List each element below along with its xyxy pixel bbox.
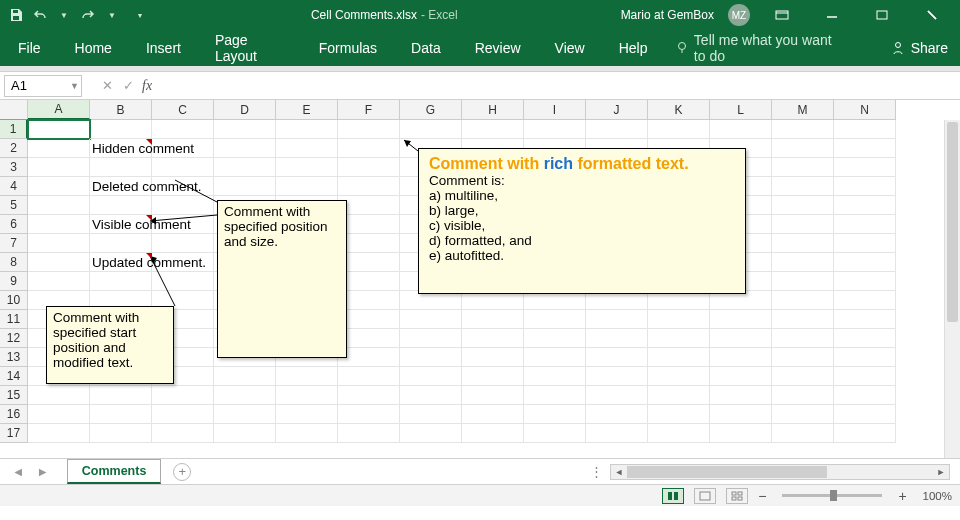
tab-page-layout[interactable]: Page Layout: [209, 28, 291, 68]
row-header[interactable]: 4: [0, 177, 28, 196]
row-header[interactable]: 10: [0, 291, 28, 310]
cell-J17[interactable]: [586, 424, 648, 443]
cell-B17[interactable]: [90, 424, 152, 443]
cell-N3[interactable]: [834, 158, 896, 177]
cell-I11[interactable]: [524, 310, 586, 329]
cell-B6[interactable]: Visible comment: [90, 215, 152, 234]
zoom-out-button[interactable]: −: [758, 488, 766, 504]
enter-formula-icon[interactable]: ✓: [123, 78, 134, 93]
column-header[interactable]: H: [462, 100, 524, 120]
cell-F11[interactable]: [338, 310, 400, 329]
cell-I15[interactable]: [524, 386, 586, 405]
cell-I13[interactable]: [524, 348, 586, 367]
cell-I17[interactable]: [524, 424, 586, 443]
cell-D17[interactable]: [214, 424, 276, 443]
column-header[interactable]: D: [214, 100, 276, 120]
comment-indicator-icon[interactable]: [146, 215, 152, 221]
cancel-formula-icon[interactable]: ✕: [102, 78, 113, 93]
cell-N7[interactable]: [834, 234, 896, 253]
cell-B4[interactable]: Deleted comment.: [90, 177, 152, 196]
cell-M4[interactable]: [772, 177, 834, 196]
avatar[interactable]: MZ: [728, 4, 750, 26]
row-header[interactable]: 1: [0, 120, 28, 139]
tell-me-search[interactable]: Tell me what you want to do: [675, 32, 846, 64]
cell-A8[interactable]: [28, 253, 90, 272]
undo-icon[interactable]: [32, 7, 48, 23]
cell-C15[interactable]: [152, 386, 214, 405]
zoom-level[interactable]: 100%: [923, 490, 952, 502]
cell-L15[interactable]: [710, 386, 772, 405]
cell-G13[interactable]: [400, 348, 462, 367]
cell-K15[interactable]: [648, 386, 710, 405]
cell-N13[interactable]: [834, 348, 896, 367]
cell-A16[interactable]: [28, 405, 90, 424]
cell-A2[interactable]: [28, 139, 90, 158]
cell-N5[interactable]: [834, 196, 896, 215]
cell-D15[interactable]: [214, 386, 276, 405]
cell-F4[interactable]: [338, 177, 400, 196]
cell-I1[interactable]: [524, 120, 586, 139]
cell-L17[interactable]: [710, 424, 772, 443]
column-header[interactable]: K: [648, 100, 710, 120]
cell-F3[interactable]: [338, 158, 400, 177]
cell-M8[interactable]: [772, 253, 834, 272]
cell-F10[interactable]: [338, 291, 400, 310]
cell-M17[interactable]: [772, 424, 834, 443]
close-button[interactable]: [914, 0, 950, 30]
cell-L1[interactable]: [710, 120, 772, 139]
cell-A4[interactable]: [28, 177, 90, 196]
cell-N16[interactable]: [834, 405, 896, 424]
cell-B7[interactable]: [90, 234, 152, 253]
sheet-nav-next-icon[interactable]: ►: [32, 463, 52, 481]
cell-K16[interactable]: [648, 405, 710, 424]
column-header[interactable]: M: [772, 100, 834, 120]
cell-M2[interactable]: [772, 139, 834, 158]
cell-A1[interactable]: [28, 120, 90, 139]
cell-E17[interactable]: [276, 424, 338, 443]
cell-C7[interactable]: [152, 234, 214, 253]
cell-B5[interactable]: [90, 196, 152, 215]
cell-E16[interactable]: [276, 405, 338, 424]
cell-F7[interactable]: [338, 234, 400, 253]
cell-B3[interactable]: [90, 158, 152, 177]
column-header[interactable]: G: [400, 100, 462, 120]
cell-A3[interactable]: [28, 158, 90, 177]
cell-K12[interactable]: [648, 329, 710, 348]
row-header[interactable]: 12: [0, 329, 28, 348]
cell-C3[interactable]: [152, 158, 214, 177]
column-header[interactable]: B: [90, 100, 152, 120]
undo-dropdown-icon[interactable]: ▼: [56, 7, 72, 23]
cell-E3[interactable]: [276, 158, 338, 177]
view-page-break-button[interactable]: [726, 488, 748, 504]
cell-C4[interactable]: [152, 177, 214, 196]
cell-N1[interactable]: [834, 120, 896, 139]
cell-L13[interactable]: [710, 348, 772, 367]
comment-indicator-icon[interactable]: [146, 253, 152, 259]
tab-insert[interactable]: Insert: [140, 36, 187, 60]
cell-M16[interactable]: [772, 405, 834, 424]
row-header[interactable]: 2: [0, 139, 28, 158]
cell-H15[interactable]: [462, 386, 524, 405]
cell-F12[interactable]: [338, 329, 400, 348]
cell-B9[interactable]: [90, 272, 152, 291]
column-header[interactable]: F: [338, 100, 400, 120]
row-header[interactable]: 8: [0, 253, 28, 272]
tab-help[interactable]: Help: [613, 36, 654, 60]
row-header[interactable]: 6: [0, 215, 28, 234]
row-header[interactable]: 13: [0, 348, 28, 367]
cell-H16[interactable]: [462, 405, 524, 424]
cell-F16[interactable]: [338, 405, 400, 424]
cell-D16[interactable]: [214, 405, 276, 424]
qat-customize-icon[interactable]: ▾: [132, 7, 148, 23]
scrollbar-thumb[interactable]: [947, 122, 958, 322]
cell-I16[interactable]: [524, 405, 586, 424]
cell-M15[interactable]: [772, 386, 834, 405]
sheet-nav-prev-icon[interactable]: ◄: [8, 463, 28, 481]
redo-icon[interactable]: [80, 7, 96, 23]
cell-K17[interactable]: [648, 424, 710, 443]
cell-B1[interactable]: [90, 120, 152, 139]
scroll-right-icon[interactable]: ►: [933, 465, 949, 479]
column-header[interactable]: C: [152, 100, 214, 120]
comment-box-rich[interactable]: Comment with rich formatted text. Commen…: [418, 148, 746, 294]
cell-N4[interactable]: [834, 177, 896, 196]
